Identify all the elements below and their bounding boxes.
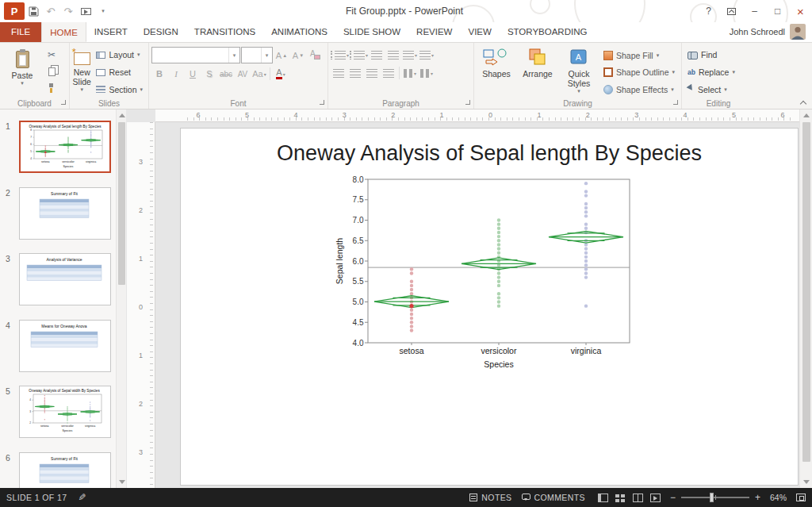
justify-button[interactable] bbox=[381, 65, 396, 81]
decrease-indent-button[interactable] bbox=[369, 47, 385, 63]
section-button[interactable]: Section▾ bbox=[93, 81, 146, 98]
tab-file[interactable]: FILE bbox=[0, 21, 41, 42]
zoom-level[interactable]: 64% bbox=[770, 493, 787, 502]
decrease-font-size-button[interactable]: A▼ bbox=[290, 48, 306, 63]
save-button[interactable] bbox=[25, 2, 42, 20]
zoom-slider-thumb[interactable] bbox=[710, 493, 714, 502]
font-dialog-launcher[interactable] bbox=[318, 98, 326, 106]
help-button[interactable]: ? bbox=[697, 2, 720, 20]
minimize-button[interactable]: – bbox=[743, 2, 766, 20]
scroll-up-arrow-icon[interactable] bbox=[803, 113, 810, 117]
italic-button[interactable]: I bbox=[168, 66, 184, 82]
slide-thumbnail-box[interactable]: Oneway Analysis of Sepal length By Speci… bbox=[19, 121, 111, 173]
layout-button[interactable]: Layout▾ bbox=[93, 47, 146, 63]
tab-review[interactable]: REVIEW bbox=[408, 21, 460, 42]
increase-font-size-button[interactable]: A▲ bbox=[274, 48, 289, 63]
slide-thumbnail-2[interactable]: 2Summary of Fit bbox=[0, 187, 116, 240]
undo-button[interactable]: ↶ bbox=[42, 2, 59, 20]
line-spacing-button[interactable]: ▾ bbox=[402, 47, 418, 63]
columns-button[interactable]: ▾ bbox=[402, 65, 418, 81]
tab-design[interactable]: DESIGN bbox=[136, 21, 186, 42]
find-button[interactable]: Find bbox=[684, 47, 738, 63]
tab-transitions[interactable]: TRANSITIONS bbox=[186, 21, 263, 42]
change-case-button[interactable]: Aa▾ bbox=[251, 66, 267, 82]
customize-qat-button[interactable]: ▾ bbox=[94, 2, 112, 20]
redo-button[interactable]: ↷ bbox=[59, 2, 77, 20]
clear-formatting-button[interactable] bbox=[307, 48, 323, 63]
numbering-button[interactable]: ▾ bbox=[350, 47, 368, 63]
slide-thumbnail-box[interactable]: Summary of Fit bbox=[19, 187, 111, 240]
font-name-combo[interactable]: ▾ bbox=[151, 47, 240, 63]
new-slide-button[interactable]: New Slide ▾ bbox=[72, 45, 91, 98]
fit-slide-to-window-button[interactable] bbox=[796, 494, 806, 501]
strikethrough-button[interactable]: abc bbox=[218, 66, 234, 82]
text-direction-button[interactable]: ▾ bbox=[419, 47, 435, 63]
zoom-out-button[interactable]: − bbox=[670, 492, 676, 503]
cut-button[interactable]: ✂ bbox=[44, 47, 59, 63]
main-scrollbar-thumb[interactable] bbox=[802, 122, 810, 462]
bullets-button[interactable]: ▾ bbox=[331, 47, 349, 63]
quick-styles-button[interactable]: A Quick Styles ▾ bbox=[559, 45, 599, 98]
slideshow-view-button[interactable] bbox=[650, 494, 661, 502]
underline-button[interactable]: U bbox=[185, 66, 201, 82]
text-shadow-button[interactable]: S bbox=[201, 66, 217, 82]
comments-button[interactable]: COMMENTS bbox=[522, 493, 585, 502]
shape-effects-button[interactable]: Shape Effects▾ bbox=[600, 82, 678, 98]
tab-animations[interactable]: ANIMATIONS bbox=[263, 21, 335, 42]
reset-button[interactable]: Reset bbox=[93, 64, 146, 81]
slide-sorter-view-button[interactable] bbox=[615, 494, 626, 502]
tab-slide-show[interactable]: SLIDE SHOW bbox=[335, 21, 408, 42]
align-left-button[interactable] bbox=[331, 65, 347, 81]
select-button[interactable]: Select▾ bbox=[684, 81, 738, 98]
normal-view-button[interactable] bbox=[598, 494, 608, 502]
collapse-ribbon-button[interactable] bbox=[799, 99, 807, 106]
slide-thumbnail-box[interactable]: Summary of Fit bbox=[19, 452, 111, 488]
pen-icon[interactable]: ✎ bbox=[78, 492, 86, 503]
shape-outline-button[interactable]: Shape Outline▾ bbox=[600, 64, 678, 80]
oneway-analysis-chart[interactable]: 4.04.55.05.56.06.57.07.58.0setosaversico… bbox=[333, 173, 634, 373]
slide-title[interactable]: Oneway Analysis of Sepal length By Speci… bbox=[181, 141, 798, 166]
zoom-slider[interactable] bbox=[681, 497, 749, 498]
tab-storyboarding[interactable]: STORYBOARDING bbox=[500, 21, 596, 42]
shapes-button[interactable]: Shapes bbox=[477, 45, 516, 98]
slide[interactable]: Oneway Analysis of Sepal length By Speci… bbox=[181, 129, 798, 485]
slide-thumbnail-box[interactable]: Means for Oneway Anova bbox=[19, 320, 111, 372]
copy-button[interactable] bbox=[44, 63, 59, 79]
notes-button[interactable]: NOTES bbox=[469, 493, 511, 502]
arrange-button[interactable]: Arrange bbox=[518, 45, 557, 98]
drawing-dialog-launcher[interactable] bbox=[672, 98, 680, 106]
paste-button[interactable]: Paste ▾ bbox=[2, 45, 42, 98]
slide-thumbnail-5[interactable]: 5Oneway Analysis of Sepal width By Speci… bbox=[0, 386, 116, 438]
account-area[interactable]: John Schroedl bbox=[730, 21, 812, 42]
ribbon-display-options-button[interactable] bbox=[720, 2, 743, 20]
slide-thumbnail-box[interactable]: Analysis of Variance bbox=[19, 253, 111, 305]
slide-thumbnail-4[interactable]: 4Means for Oneway Anova bbox=[0, 320, 116, 372]
scroll-down-arrow-icon[interactable] bbox=[119, 480, 125, 484]
convert-to-smartart-button[interactable]: ▾ bbox=[419, 65, 435, 81]
bold-button[interactable]: B bbox=[151, 66, 167, 82]
shape-fill-button[interactable]: Shape Fill▾ bbox=[600, 48, 678, 63]
scroll-up-arrow-icon[interactable] bbox=[119, 113, 125, 117]
zoom-in-button[interactable]: + bbox=[755, 492, 760, 503]
tab-view[interactable]: VIEW bbox=[460, 21, 499, 42]
thumbnail-scrollbar[interactable] bbox=[116, 109, 126, 488]
thumbnail-scrollbar-thumb[interactable] bbox=[118, 122, 125, 285]
character-spacing-button[interactable]: AV bbox=[235, 66, 251, 82]
align-center-button[interactable] bbox=[347, 65, 363, 81]
start-from-beginning-button[interactable] bbox=[77, 2, 94, 20]
close-button[interactable]: × bbox=[789, 2, 812, 20]
format-painter-button[interactable] bbox=[44, 80, 59, 96]
main-scrollbar[interactable] bbox=[799, 109, 812, 488]
align-right-button[interactable] bbox=[364, 65, 380, 81]
slide-thumbnail-6[interactable]: 6Summary of Fit bbox=[0, 452, 116, 488]
tab-home[interactable]: HOME bbox=[41, 21, 86, 42]
clipboard-dialog-launcher[interactable] bbox=[59, 98, 67, 106]
font-color-button[interactable]: A▾ bbox=[273, 66, 289, 82]
maximize-button[interactable]: □ bbox=[766, 2, 789, 20]
scroll-down-arrow-icon[interactable] bbox=[803, 480, 810, 484]
reading-view-button[interactable] bbox=[633, 494, 643, 502]
replace-button[interactable]: abReplace▾ bbox=[684, 64, 738, 81]
slide-thumbnail-1[interactable]: 1Oneway Analysis of Sepal length By Spec… bbox=[0, 121, 116, 173]
tab-insert[interactable]: INSERT bbox=[86, 21, 136, 42]
slide-thumbnail-box[interactable]: Oneway Analysis of Sepal width By Specie… bbox=[19, 386, 111, 438]
